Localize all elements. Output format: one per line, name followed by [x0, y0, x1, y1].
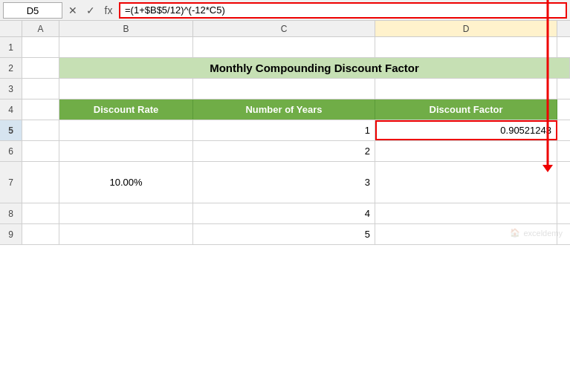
cell-name-box[interactable]: D5 — [3, 2, 62, 19]
row-num-2: 2 — [0, 58, 22, 78]
cell-d4[interactable]: Discount Factor — [375, 99, 557, 120]
col-header-a[interactable]: A — [22, 21, 59, 36]
cell-a4[interactable] — [22, 99, 59, 120]
formula-input-wrapper — [119, 2, 567, 19]
row-4: 4 Discount Rate Number of Years Discount… — [0, 99, 570, 120]
cell-c9[interactable]: 5 — [193, 224, 375, 244]
cell-d8[interactable] — [375, 203, 557, 223]
cell-c8[interactable]: 4 — [193, 203, 375, 223]
fx-icon[interactable]: fx — [101, 3, 116, 18]
cell-b5[interactable] — [59, 120, 193, 140]
cell-a9[interactable] — [22, 224, 59, 244]
cell-a2[interactable] — [22, 58, 59, 78]
cell-a1[interactable] — [22, 37, 59, 57]
cell-c6[interactable]: 2 — [193, 141, 375, 161]
cell-a8[interactable] — [22, 203, 59, 223]
cell-b8[interactable] — [59, 203, 193, 223]
cell-c1[interactable] — [193, 37, 375, 57]
cancel-icon[interactable]: ✕ — [65, 3, 80, 18]
cell-d5[interactable]: 0.90521243 — [375, 120, 557, 140]
cell-a7[interactable] — [22, 162, 59, 203]
col-header-b[interactable]: B — [59, 21, 193, 36]
row-num-5: 5 — [0, 120, 22, 140]
confirm-icon[interactable]: ✓ — [83, 3, 98, 18]
cell-title[interactable]: Monthly Compounding Discount Factor — [59, 58, 570, 78]
row-num-6: 6 — [0, 141, 22, 161]
row-1: 1 — [0, 37, 570, 58]
cell-b7[interactable]: 10.00% — [59, 162, 193, 203]
formula-input[interactable] — [119, 2, 567, 19]
cell-d7[interactable] — [375, 162, 557, 203]
cell-b4[interactable]: Discount Rate — [59, 99, 193, 120]
cell-d6[interactable] — [375, 141, 557, 161]
cell-c7[interactable]: 3 — [193, 162, 375, 203]
cell-c4[interactable]: Number of Years — [193, 99, 375, 120]
row-9: 9 5 — [0, 224, 570, 245]
col-headers: A B C D — [0, 21, 570, 37]
cell-a6[interactable] — [22, 141, 59, 161]
cell-a3[interactable] — [22, 79, 59, 99]
cell-d3[interactable] — [375, 79, 557, 99]
col-header-c[interactable]: C — [193, 21, 375, 36]
row-num-8: 8 — [0, 203, 22, 223]
formula-bar: D5 ✕ ✓ fx — [0, 0, 570, 21]
row-7: 7 10.00% 3 — [0, 162, 570, 203]
cell-b9[interactable] — [59, 224, 193, 244]
cell-c3[interactable] — [193, 79, 375, 99]
row-num-9: 9 — [0, 224, 22, 244]
row-num-3: 3 — [0, 79, 22, 99]
row-header-spacer — [0, 21, 22, 36]
row-8: 8 4 — [0, 203, 570, 224]
formula-bar-icons: ✕ ✓ fx — [65, 3, 116, 18]
row-num-1: 1 — [0, 37, 22, 57]
row-num-7: 7 — [0, 162, 22, 203]
cell-c5[interactable]: 1 — [193, 120, 375, 140]
cell-b1[interactable] — [59, 37, 193, 57]
row-2: 2 Monthly Compounding Discount Factor — [0, 58, 570, 79]
spreadsheet: A B C D 1 2 Monthly Compounding Discount… — [0, 21, 570, 245]
col-header-d[interactable]: D — [375, 21, 557, 36]
row-6: 6 2 — [0, 141, 570, 162]
row-num-4: 4 — [0, 99, 22, 120]
row-3: 3 — [0, 79, 570, 99]
cell-b3[interactable] — [59, 79, 193, 99]
cell-a5[interactable] — [22, 120, 59, 140]
cell-b6[interactable] — [59, 141, 193, 161]
row-5: 5 1 0.90521243 — [0, 120, 570, 141]
cell-d1[interactable] — [375, 37, 557, 57]
cell-d9[interactable] — [375, 224, 557, 244]
